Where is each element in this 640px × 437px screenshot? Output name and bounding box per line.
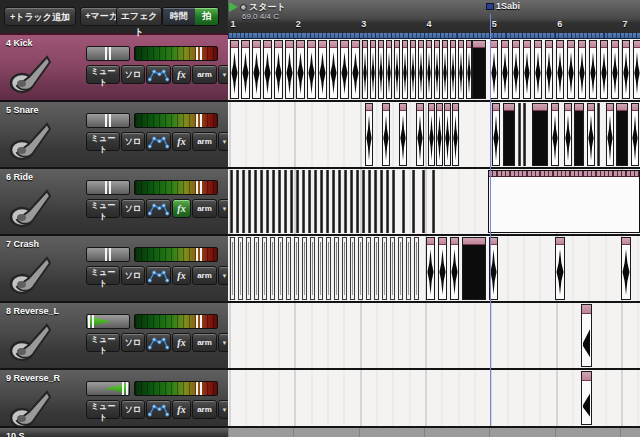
audio-clip[interactable] xyxy=(310,237,315,300)
volume-meter[interactable] xyxy=(134,247,218,262)
track-menu-button[interactable]: ▼ xyxy=(218,199,228,218)
audio-clip[interactable] xyxy=(266,170,269,233)
audio-clip[interactable] xyxy=(432,170,435,233)
track-lane[interactable] xyxy=(228,426,640,437)
audio-clip[interactable] xyxy=(362,170,365,233)
beat-tick-strip[interactable] xyxy=(228,33,640,39)
solo-button[interactable]: ソロ xyxy=(121,65,145,84)
volume-meter[interactable] xyxy=(134,113,218,128)
audio-clip[interactable] xyxy=(382,237,387,300)
audio-clip[interactable] xyxy=(236,170,239,233)
audio-clip[interactable] xyxy=(567,40,575,99)
track-header[interactable]: 8 Reverse_L ミュート ソロ xyxy=(0,301,228,368)
pan-handle[interactable] xyxy=(88,315,94,328)
audio-clip[interactable] xyxy=(581,304,592,367)
add-track-button[interactable]: +トラック追加 xyxy=(4,7,76,26)
audio-clip[interactable] xyxy=(390,237,395,300)
track-lane[interactable] xyxy=(228,368,640,426)
audio-clip[interactable] xyxy=(501,40,509,99)
audio-clip[interactable] xyxy=(365,103,373,166)
time-mode-button[interactable]: 時間 xyxy=(163,8,195,25)
audio-clip[interactable] xyxy=(422,170,425,233)
audio-clip[interactable] xyxy=(285,40,294,99)
audio-clip[interactable] xyxy=(382,103,390,166)
audio-clip[interactable] xyxy=(633,40,640,99)
audio-clip[interactable] xyxy=(399,103,407,166)
audio-clip[interactable] xyxy=(428,103,435,166)
automation-button[interactable] xyxy=(146,400,171,419)
audio-clip[interactable] xyxy=(434,40,440,99)
automation-button[interactable] xyxy=(146,132,171,151)
mute-button[interactable]: ミュート xyxy=(86,266,120,285)
automation-button[interactable] xyxy=(146,65,171,84)
fx-button[interactable]: fx xyxy=(172,266,191,285)
track-header[interactable]: 6 Ride ミュート ソロ xyxy=(0,167,228,234)
volume-meter[interactable] xyxy=(134,180,218,195)
audio-clip[interactable] xyxy=(238,237,243,300)
mute-button[interactable]: ミュート xyxy=(86,333,120,352)
audio-clip[interactable] xyxy=(581,371,592,425)
pan-slider[interactable] xyxy=(86,314,130,329)
track-header[interactable]: 10 S ミュート ソロ xyxy=(0,426,228,437)
automation-button[interactable] xyxy=(146,266,171,285)
audio-clip[interactable] xyxy=(458,40,464,99)
audio-clip[interactable] xyxy=(284,170,287,233)
audio-clip[interactable] xyxy=(545,40,553,99)
audio-clip[interactable] xyxy=(314,170,317,233)
audio-clip[interactable] xyxy=(600,40,608,99)
solo-button[interactable]: ソロ xyxy=(121,199,145,218)
track-menu-button[interactable]: ▼ xyxy=(218,132,228,151)
audio-clip[interactable] xyxy=(386,40,392,99)
audio-clip[interactable] xyxy=(254,170,257,233)
audio-clip[interactable] xyxy=(260,170,263,233)
audio-clip[interactable] xyxy=(564,103,572,166)
audio-clip[interactable] xyxy=(410,40,416,99)
arm-button[interactable]: arm xyxy=(192,400,217,419)
audio-clip[interactable] xyxy=(503,103,515,166)
audio-clip[interactable] xyxy=(597,103,600,166)
audio-clip[interactable] xyxy=(556,40,564,99)
arm-button[interactable]: arm xyxy=(192,132,217,151)
audio-clip[interactable] xyxy=(358,237,363,300)
audio-clip[interactable] xyxy=(442,40,448,99)
fx-button[interactable]: fx xyxy=(172,333,191,352)
timeline-ruler[interactable]: スタート 69.0 4/4 C 1Sabi 1234567 xyxy=(228,0,640,33)
track-lane[interactable] xyxy=(228,167,640,234)
audio-clip[interactable] xyxy=(334,237,339,300)
volume-handle[interactable] xyxy=(196,47,202,60)
audio-clip[interactable] xyxy=(350,237,355,300)
audio-clip[interactable] xyxy=(386,170,389,233)
audio-clip[interactable] xyxy=(418,40,424,99)
volume-handle[interactable] xyxy=(196,181,202,194)
automation-button[interactable] xyxy=(146,333,171,352)
track-lane[interactable] xyxy=(228,100,640,167)
volume-handle[interactable] xyxy=(196,382,202,395)
volume-meter[interactable] xyxy=(134,314,218,329)
audio-clip[interactable] xyxy=(272,170,275,233)
audio-clip[interactable] xyxy=(329,40,338,99)
audio-clip[interactable] xyxy=(326,237,331,300)
volume-handle[interactable] xyxy=(196,114,202,127)
audio-clip[interactable] xyxy=(296,170,299,233)
audio-clip[interactable] xyxy=(452,103,459,166)
arm-button[interactable]: arm xyxy=(192,266,217,285)
audio-clip[interactable] xyxy=(616,103,628,166)
audio-clip[interactable] xyxy=(290,170,293,233)
audio-clip[interactable] xyxy=(378,40,384,99)
audio-clip[interactable] xyxy=(320,170,323,233)
audio-clip[interactable] xyxy=(254,237,259,300)
audio-clip[interactable] xyxy=(438,237,447,300)
track-menu-button[interactable]: ▼ xyxy=(218,333,228,352)
beat-mode-button[interactable]: 拍 xyxy=(195,8,218,25)
track-header[interactable]: 7 Crash ミュート ソロ xyxy=(0,234,228,301)
audio-clip[interactable] xyxy=(574,103,584,166)
audio-clip[interactable] xyxy=(436,103,443,166)
start-playhead-icon[interactable] xyxy=(229,2,238,12)
fx-button[interactable]: fx xyxy=(172,132,191,151)
audio-clip[interactable] xyxy=(286,237,291,300)
audio-clip[interactable] xyxy=(374,170,377,233)
audio-clip[interactable] xyxy=(490,40,498,99)
audio-clip[interactable] xyxy=(362,40,368,99)
pan-slider[interactable] xyxy=(86,381,130,396)
mute-button[interactable]: ミュート xyxy=(86,65,120,84)
